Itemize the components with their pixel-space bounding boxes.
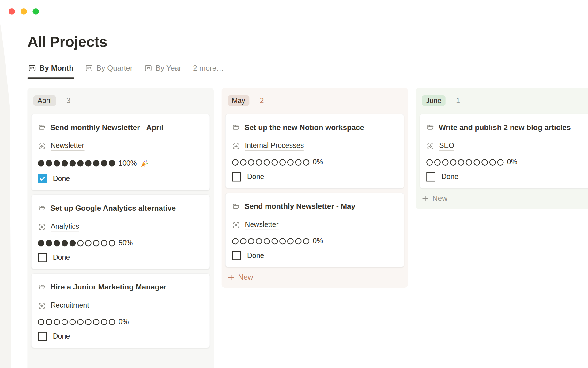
tab-by-month[interactable]: By Month <box>27 62 74 78</box>
progress-dot <box>287 238 294 244</box>
tab-label: 2 more… <box>193 64 224 72</box>
done-label: Done <box>247 173 264 181</box>
progress-dot <box>85 160 92 167</box>
progress-dot <box>38 319 44 325</box>
new-card-label: New <box>238 273 253 282</box>
column-month-badge[interactable]: May <box>228 95 249 106</box>
done-checkbox[interactable] <box>232 172 241 181</box>
progress-dot <box>248 159 254 166</box>
card-title-row: Set up Google Analytics alternative <box>38 203 204 213</box>
progress-dot <box>248 238 254 244</box>
project-tag-link[interactable]: Newsletter <box>51 142 84 151</box>
project-card[interactable]: Set up Google Analytics alternative Anal… <box>31 194 210 269</box>
progress-dot <box>70 319 76 325</box>
project-tag-link[interactable]: Internal Processes <box>245 142 304 151</box>
progress-dot <box>458 159 464 166</box>
progress-dot <box>93 319 100 325</box>
progress-dot <box>272 159 278 166</box>
minimize-window-button[interactable] <box>21 8 27 15</box>
progress-percent: 0% <box>313 158 323 167</box>
done-checkbox[interactable] <box>426 172 435 181</box>
project-tag-link[interactable]: Newsletter <box>245 220 279 229</box>
project-tag-link[interactable]: Analytics <box>51 222 79 231</box>
card-title-row: Send monthly Newsletter - April <box>38 122 204 132</box>
new-card-button[interactable]: New <box>422 194 588 203</box>
tab-by-quarter[interactable]: By Quarter <box>85 62 134 78</box>
card-tag-row: Newsletter <box>232 220 398 229</box>
progress-dot <box>256 238 262 244</box>
new-card-button[interactable]: New <box>228 273 402 282</box>
progress-dot <box>279 238 286 244</box>
new-card-label: New <box>432 194 447 203</box>
progress-dot <box>54 160 60 167</box>
done-row: Done <box>232 251 398 261</box>
progress-dot <box>70 240 76 246</box>
progress-dots <box>426 159 503 166</box>
open-folder-icon <box>38 124 46 132</box>
done-checkbox[interactable] <box>232 251 241 260</box>
column-header: April 3 <box>33 95 208 106</box>
progress-dot <box>101 319 107 325</box>
progress-dot <box>77 160 84 167</box>
progress-dots <box>232 159 309 166</box>
progress-row: 100% <box>38 158 204 168</box>
progress-dot <box>109 240 115 246</box>
tab-more-views[interactable]: 2 more… <box>192 62 225 78</box>
done-row: Done <box>38 253 204 263</box>
progress-dot <box>264 159 270 166</box>
zoom-window-button[interactable] <box>33 8 39 15</box>
done-checkbox[interactable] <box>38 174 47 183</box>
card-tag-row: Analytics <box>38 222 204 231</box>
card-title-row: Set up the new Notion workspace <box>232 122 398 132</box>
project-tag-link[interactable]: SEO <box>439 142 454 151</box>
view-tabs: By Month By Quarter <box>27 62 561 78</box>
done-checkbox[interactable] <box>38 253 47 262</box>
done-checkbox[interactable] <box>38 332 47 341</box>
open-folder-icon <box>232 202 240 210</box>
tab-by-year[interactable]: By Year <box>144 62 182 78</box>
progress-dot <box>264 238 270 244</box>
card-title: Write and publish 2 new blog articles <box>439 123 571 132</box>
close-window-button[interactable] <box>9 8 15 15</box>
column-card-count: 2 <box>260 97 264 105</box>
progress-dot <box>256 159 262 166</box>
progress-dot <box>38 240 44 246</box>
progress-dot <box>303 238 309 244</box>
progress-dot <box>46 240 52 246</box>
board-view-icon <box>28 64 36 72</box>
progress-dot <box>474 159 480 166</box>
progress-dot <box>93 160 100 167</box>
progress-dot <box>62 160 68 167</box>
project-card[interactable]: Write and publish 2 new blog articles SE… <box>420 114 588 189</box>
project-card[interactable]: Send monthly Newsletter - May Newsletter… <box>225 193 404 267</box>
project-tag-link[interactable]: Recruitment <box>51 301 89 310</box>
progress-percent: 50% <box>119 239 133 247</box>
progress-dot <box>93 240 100 246</box>
card-title: Send monthly Newsletter - May <box>244 202 355 210</box>
project-card[interactable]: Hire a Junior Marketing Manager Recruitm… <box>31 273 210 348</box>
card-tag-row: Internal Processes <box>232 142 398 151</box>
project-card[interactable]: Set up the new Notion workspace Internal… <box>225 114 404 189</box>
progress-dot <box>240 159 247 166</box>
progress-dot <box>287 159 294 166</box>
progress-dot <box>54 240 60 246</box>
open-folder-icon <box>426 124 434 132</box>
relation-icon <box>426 142 434 150</box>
card-list: Set up the new Notion workspace Internal… <box>225 114 404 267</box>
open-folder-icon <box>38 204 46 212</box>
window-controls <box>9 8 39 15</box>
card-tag-row: Recruitment <box>38 301 204 310</box>
done-label: Done <box>53 174 70 183</box>
tab-label: By Year <box>156 64 181 72</box>
progress-dot <box>101 160 107 167</box>
progress-row: 0% <box>232 158 398 167</box>
board-view-icon <box>85 64 93 72</box>
card-tag-row: Newsletter <box>38 142 204 151</box>
progress-row: 0% <box>426 158 588 167</box>
progress-row: 0% <box>232 237 398 245</box>
column-month-badge[interactable]: June <box>422 95 446 106</box>
progress-dot <box>295 238 302 244</box>
project-card[interactable]: Send monthly Newsletter - April Newslett… <box>31 114 210 190</box>
card-title: Set up the new Notion workspace <box>244 123 364 132</box>
column-month-badge[interactable]: April <box>33 95 56 106</box>
